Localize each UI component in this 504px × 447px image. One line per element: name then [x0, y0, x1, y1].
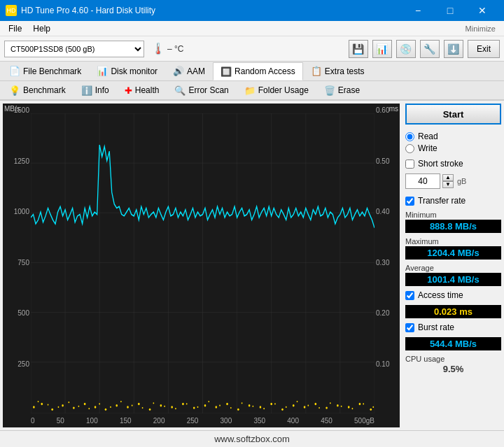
access-time-text: Access time [418, 290, 463, 300]
x-label-300: 300 [220, 417, 232, 425]
svg-point-81 [372, 406, 374, 408]
tab-erase[interactable]: 🗑️ Erase [316, 81, 368, 99]
svg-point-78 [341, 406, 342, 407]
toolbar-btn-3[interactable]: 💿 [396, 40, 416, 58]
info-icon: ℹ️ [81, 85, 92, 96]
tab-file-benchmark[interactable]: 📄 File Benchmark [1, 62, 89, 80]
burst-rate-label[interactable]: Burst rate [405, 322, 501, 332]
short-stroke-label[interactable]: Short stroke [405, 159, 501, 169]
window-title: HD Tune Pro 4.60 - Hard Disk Utility [21, 6, 155, 15]
svg-point-69 [241, 402, 243, 404]
svg-point-27 [127, 406, 129, 408]
svg-point-75 [307, 405, 309, 406]
drive-select[interactable]: CT500P1SSD8 (500 gB) [4, 41, 144, 57]
exit-button[interactable]: Exit [468, 40, 500, 58]
menu-bar: File Help Minimize [0, 21, 504, 36]
right-panel: Start Read Write Short stroke ▲ ▼ gB [402, 101, 504, 430]
cpu-label: CPU usage [405, 355, 501, 363]
spinner-input[interactable] [405, 173, 440, 189]
access-time-dots [33, 401, 374, 411]
svg-point-53 [68, 402, 69, 403]
svg-point-52 [58, 406, 59, 408]
svg-point-19 [41, 403, 43, 405]
svg-point-24 [94, 406, 97, 408]
minimize-button[interactable]: − [402, 0, 434, 21]
read-write-radio-group: Read Write [405, 132, 501, 153]
svg-point-25 [105, 409, 107, 411]
svg-point-43 [304, 406, 306, 408]
toolbar-btn-1[interactable]: 💾 [349, 40, 368, 58]
minimum-section: Minimum 888.8 MB/s [405, 211, 501, 233]
spinner-up[interactable]: ▲ [442, 174, 454, 181]
tab-extra-tests[interactable]: 📋 Extra tests [303, 62, 372, 80]
write-radio-label[interactable]: Write [405, 143, 501, 153]
app-icon: HD [6, 5, 17, 16]
write-radio[interactable] [405, 144, 414, 153]
tab-folder-usage[interactable]: 📁 Folder Usage [237, 81, 316, 99]
svg-point-77 [330, 402, 331, 404]
y-label-1500: 1500 [4, 106, 29, 114]
read-radio-label[interactable]: Read [405, 132, 501, 141]
svg-point-64 [186, 403, 188, 404]
svg-point-20 [51, 409, 53, 411]
tab-info[interactable]: ℹ️ Info [74, 81, 117, 99]
transfer-rate-label[interactable]: Transfer rate [405, 196, 501, 206]
maximize-button[interactable]: □ [434, 0, 466, 21]
menu-file[interactable]: File [3, 22, 27, 35]
tab-error-scan[interactable]: 🔍 Error Scan [167, 81, 236, 99]
access-time-section: 0.023 ms [405, 305, 501, 318]
maximum-section: Maximum 1204.4 MB/s [405, 237, 501, 260]
window-controls: − □ ✕ [402, 0, 498, 21]
short-stroke-checkbox[interactable] [405, 159, 414, 169]
svg-point-38 [248, 404, 251, 406]
menu-help[interactable]: Help [27, 22, 56, 35]
svg-point-50 [38, 401, 39, 402]
spinner-down[interactable]: ▼ [442, 181, 454, 188]
x-label-200: 200 [153, 417, 165, 425]
close-button[interactable]: ✕ [466, 0, 498, 21]
y-label-1000: 1000 [4, 208, 29, 215]
transfer-rate-checkbox[interactable] [405, 197, 414, 206]
temp-icon: 🌡️ [151, 42, 165, 55]
tab-health[interactable]: ✚ Health [117, 81, 167, 99]
svg-point-46 [337, 404, 339, 406]
svg-point-80 [363, 403, 364, 404]
y-label-1250: 1250 [4, 157, 29, 165]
svg-point-66 [208, 401, 209, 402]
y-axis-right: 0.60 0.50 0.40 0.30 0.20 0.10 [374, 104, 400, 413]
toolbar-btn-2[interactable]: 📊 [372, 40, 392, 58]
random-access-icon: 🔲 [220, 66, 232, 77]
toolbar-btn-4[interactable]: 🔧 [420, 40, 440, 58]
erase-icon: 🗑️ [324, 85, 335, 96]
svg-point-40 [270, 403, 272, 405]
minimum-value: 888.8 MB/s [405, 220, 501, 233]
burst-rate-checkbox[interactable] [405, 323, 414, 332]
svg-point-29 [149, 409, 151, 411]
spinner-group: ▲ ▼ gB [405, 173, 501, 189]
access-time-label[interactable]: Access time [405, 290, 501, 300]
tab-aam[interactable]: 🔊 AAM [165, 62, 213, 80]
main-content: MB/s ms 1500 1250 1000 750 500 250 0.60 … [0, 101, 504, 430]
watermark: www.softzbox.com [0, 430, 504, 447]
error-scan-icon: 🔍 [174, 85, 186, 96]
svg-point-48 [359, 403, 361, 405]
y-label-r-040: 0.40 [376, 208, 398, 215]
svg-point-34 [204, 404, 206, 406]
tab-benchmark[interactable]: 💡 Benchmark [1, 81, 74, 99]
x-axis: 0 50 100 150 200 250 300 350 400 450 500… [31, 413, 374, 427]
svg-point-30 [160, 404, 162, 406]
svg-point-60 [142, 407, 144, 409]
toolbar-btn-5[interactable]: ⬇️ [444, 40, 463, 58]
tab-random-access[interactable]: 🔲 Random Access [213, 62, 303, 80]
access-time-value: 0.023 ms [405, 305, 501, 318]
access-time-checkbox[interactable] [405, 291, 414, 300]
write-label: Write [418, 143, 438, 153]
start-button[interactable]: Start [405, 104, 501, 125]
svg-point-42 [293, 404, 295, 406]
tab-disk-monitor[interactable]: 📊 Disk monitor [89, 62, 165, 80]
average-section: Average 1001.4 MB/s [405, 264, 501, 286]
svg-point-70 [253, 406, 254, 407]
read-radio[interactable] [405, 132, 414, 141]
svg-point-22 [73, 406, 75, 409]
svg-point-59 [132, 405, 133, 406]
